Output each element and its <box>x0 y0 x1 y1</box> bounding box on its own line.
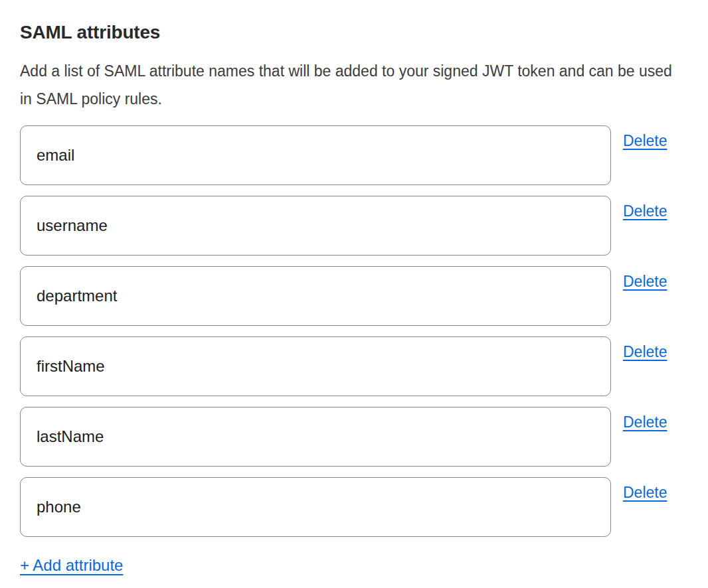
add-attribute-link[interactable]: + Add attribute <box>20 556 123 575</box>
attribute-row: Delete <box>20 266 688 326</box>
attribute-input-department[interactable] <box>20 266 611 326</box>
attribute-row: Delete <box>20 477 688 537</box>
delete-link[interactable]: Delete <box>623 202 667 220</box>
attribute-row: Delete <box>20 196 688 256</box>
delete-link[interactable]: Delete <box>623 343 667 361</box>
delete-link[interactable]: Delete <box>623 413 667 431</box>
delete-link[interactable]: Delete <box>623 132 667 150</box>
attribute-row: Delete <box>20 407 688 467</box>
attribute-input-firstname[interactable] <box>20 336 611 396</box>
attribute-input-email[interactable] <box>20 125 611 185</box>
saml-attributes-section: SAML attributes Add a list of SAML attri… <box>0 0 708 588</box>
attribute-row: Delete <box>20 125 688 185</box>
section-description: Add a list of SAML attribute names that … <box>20 57 688 113</box>
delete-link[interactable]: Delete <box>623 484 667 502</box>
attribute-input-username[interactable] <box>20 196 611 256</box>
page-title: SAML attributes <box>20 22 688 43</box>
attribute-input-phone[interactable] <box>20 477 611 537</box>
delete-link[interactable]: Delete <box>623 273 667 291</box>
attribute-row: Delete <box>20 336 688 396</box>
attribute-input-lastname[interactable] <box>20 407 611 467</box>
attribute-list: Delete Delete Delete Delete Delete Delet… <box>20 125 688 537</box>
